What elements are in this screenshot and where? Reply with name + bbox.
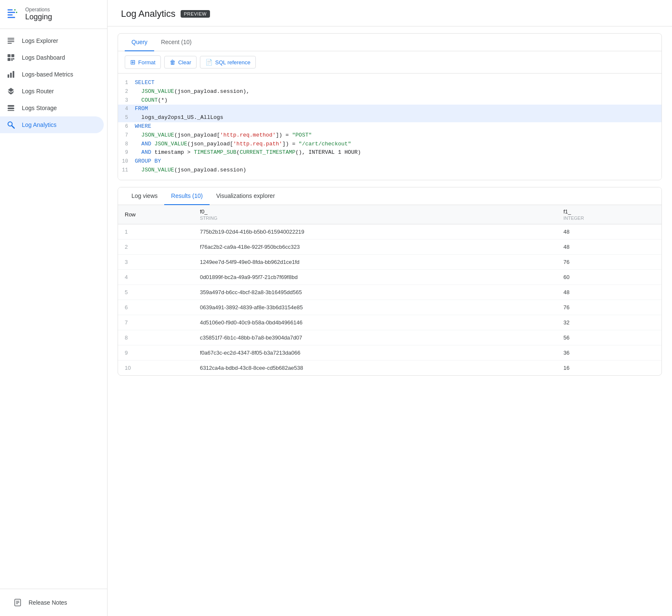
cell-f1: 48: [556, 224, 662, 239]
page-header: Log Analytics PREVIEW: [108, 0, 672, 26]
svg-rect-9: [8, 43, 12, 44]
query-panel: Query Recent (10) ⊞ Format 🗑 Clear 📄 SQL…: [118, 33, 662, 180]
table-row: 4 0d01899f-bc2a-49a9-95f7-21cb7f69f8bd 6…: [118, 269, 662, 284]
sidebar-label-release-notes: Release Notes: [29, 599, 67, 606]
format-button[interactable]: ⊞ Format: [125, 55, 161, 69]
cell-f0: 775b2b19-02d4-416b-b5b0-615940022219: [193, 224, 557, 239]
sidebar-item-logs-router[interactable]: Logs Router: [0, 83, 104, 100]
sidebar: Operations Logging Logs Explorer Logs Da…: [0, 0, 108, 616]
code-line-6: 6 WHERE: [118, 122, 662, 131]
preview-badge: PREVIEW: [181, 10, 210, 18]
cell-row-num: 7: [118, 315, 193, 330]
app-title-main: Logging: [25, 13, 52, 22]
cell-f0: 359a497d-b6cc-4bcf-82a8-3b16495dd565: [193, 284, 557, 300]
cell-f0: f76ac2b2-ca9a-418e-922f-950bcb6cc323: [193, 239, 557, 254]
svg-rect-6: [8, 38, 14, 39]
sidebar-footer: Release Notes: [0, 589, 107, 616]
clear-button[interactable]: 🗑 Clear: [164, 56, 197, 68]
svg-rect-19: [8, 108, 14, 109]
code-line-5: 5 logs_day2ops1_US._AllLogs: [118, 113, 662, 122]
sidebar-nav: Logs Explorer Logs Dashboard Logs-based …: [0, 29, 107, 589]
col-header-f0: f0_ STRING: [193, 205, 557, 224]
svg-rect-14: [13, 58, 14, 60]
doc-icon: 📄: [205, 59, 213, 66]
table-row: 2 f76ac2b2-ca9a-418e-922f-950bcb6cc323 4…: [118, 239, 662, 254]
table-header-row: Row f0_ STRING f1_ INTEGER: [118, 205, 662, 224]
cell-f0: f0a67c3c-ec2d-4347-8f05-b3a7213da066: [193, 345, 557, 360]
code-line-2: 2 JSON_VALUE(json_payload.session),: [118, 87, 662, 96]
svg-rect-10: [8, 54, 10, 57]
cell-f0: 6312ca4a-bdbd-43c8-8cee-cd5b682ae538: [193, 360, 557, 375]
cell-f1: 56: [556, 330, 662, 345]
code-line-1: 1 SELECT: [118, 79, 662, 87]
page-title: Log Analytics: [121, 8, 176, 19]
logo-icon: [7, 8, 20, 21]
storage-icon: [7, 104, 15, 112]
cell-row-num: 3: [118, 254, 193, 269]
sidebar-header: Operations Logging: [0, 0, 107, 29]
results-table-container: Row f0_ STRING f1_ INTEGER 1 775b: [118, 205, 662, 375]
app-title-top: Operations: [25, 7, 52, 13]
cell-f1: 48: [556, 284, 662, 300]
sidebar-item-logs-storage[interactable]: Logs Storage: [0, 100, 104, 116]
table-row: 6 0639a491-3892-4839-af8e-33b6d3154e85 7…: [118, 300, 662, 315]
tab-visualizations-explorer[interactable]: Visualizations explorer: [210, 187, 282, 205]
code-editor[interactable]: 1 SELECT 2 JSON_VALUE(json_payload.sessi…: [118, 74, 662, 180]
tab-recent[interactable]: Recent (10): [154, 34, 198, 51]
sidebar-label-logs-metrics: Logs-based Metrics: [22, 71, 73, 78]
table-row: 8 c35851f7-6b1c-48bb-b7a8-be3904da7d07 5…: [118, 330, 662, 345]
cell-row-num: 5: [118, 284, 193, 300]
svg-rect-25: [16, 602, 19, 603]
cell-row-num: 10: [118, 360, 193, 375]
sidebar-label-logs-dashboard: Logs Dashboard: [22, 54, 65, 61]
code-line-9: 9 AND timestamp > TIMESTAMP_SUB(CURRENT_…: [118, 148, 662, 157]
sidebar-item-log-analytics[interactable]: Log Analytics: [0, 116, 104, 133]
cell-f1: 36: [556, 345, 662, 360]
tab-log-views[interactable]: Log views: [125, 187, 164, 205]
sidebar-item-release-notes[interactable]: Release Notes: [7, 594, 100, 611]
cell-f0: 0d01899f-bc2a-49a9-95f7-21cb7f69f8bd: [193, 269, 557, 284]
svg-rect-18: [8, 105, 14, 107]
code-line-7: 7 JSON_VALUE(json_payload['http.req.meth…: [118, 131, 662, 140]
tab-query[interactable]: Query: [125, 34, 154, 51]
main-content: Log Analytics PREVIEW Query Recent (10) …: [108, 0, 672, 616]
svg-rect-0: [8, 9, 13, 11]
svg-rect-2: [8, 14, 13, 16]
code-line-10: 10 GROUP BY: [118, 157, 662, 166]
sidebar-label-log-analytics: Log Analytics: [22, 121, 57, 128]
notes-icon: [13, 598, 22, 607]
svg-rect-5: [16, 12, 17, 13]
table-row: 5 359a497d-b6cc-4bcf-82a8-3b16495dd565 4…: [118, 284, 662, 300]
sidebar-item-logs-metrics[interactable]: Logs-based Metrics: [0, 66, 104, 83]
cell-row-num: 6: [118, 300, 193, 315]
cell-row-num: 4: [118, 269, 193, 284]
format-icon: ⊞: [130, 58, 136, 66]
sidebar-item-logs-explorer[interactable]: Logs Explorer: [0, 32, 104, 49]
cell-f0: c35851f7-6b1c-48bb-b7a8-be3904da7d07: [193, 330, 557, 345]
table-row: 7 4d5106e0-f9d0-40c9-b58a-0bd4b4966146 3…: [118, 315, 662, 330]
query-toolbar: ⊞ Format 🗑 Clear 📄 SQL reference: [118, 51, 662, 74]
cell-f1: 76: [556, 254, 662, 269]
svg-rect-17: [13, 71, 14, 78]
code-line-8: 8 AND JSON_VALUE(json_payload['http.req.…: [118, 140, 662, 149]
svg-rect-11: [11, 54, 14, 57]
router-icon: [7, 87, 15, 95]
cell-f0: 4d5106e0-f9d0-40c9-b58a-0bd4b4966146: [193, 315, 557, 330]
sidebar-label-logs-router: Logs Router: [22, 88, 54, 95]
svg-rect-3: [8, 17, 15, 18]
cell-f1: 76: [556, 300, 662, 315]
svg-rect-15: [8, 74, 9, 78]
svg-rect-20: [8, 110, 14, 111]
results-panel: Log views Results (10) Visualizations ex…: [118, 187, 662, 376]
table-row: 10 6312ca4a-bdbd-43c8-8cee-cd5b682ae538 …: [118, 360, 662, 375]
table-row: 9 f0a67c3c-ec2d-4347-8f05-b3a7213da066 3…: [118, 345, 662, 360]
tab-results[interactable]: Results (10): [164, 187, 209, 205]
sidebar-item-logs-dashboard[interactable]: Logs Dashboard: [0, 49, 104, 66]
svg-rect-26: [16, 603, 18, 604]
sql-reference-button[interactable]: 📄 SQL reference: [200, 56, 256, 68]
cell-row-num: 9: [118, 345, 193, 360]
app-title-block: Operations Logging: [25, 7, 52, 22]
svg-rect-8: [8, 41, 14, 42]
svg-rect-16: [10, 73, 12, 78]
code-line-3: 3 COUNT(*): [118, 96, 662, 105]
